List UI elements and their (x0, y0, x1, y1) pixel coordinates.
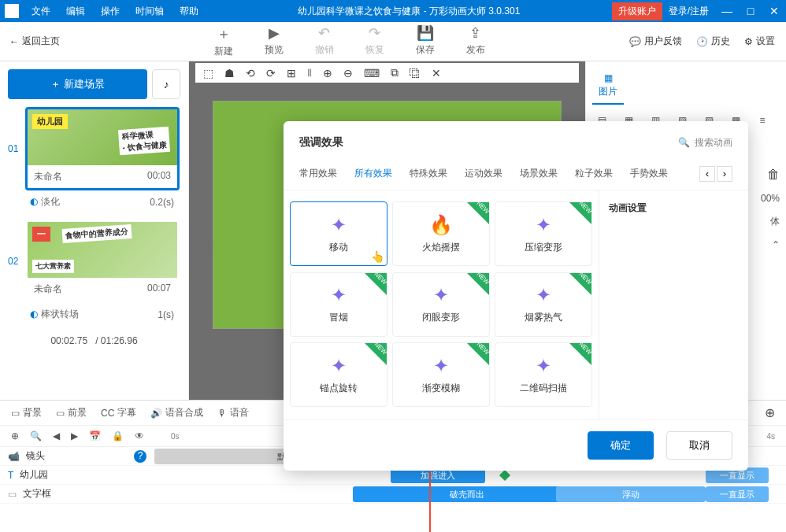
feedback-button[interactable]: 💬用户反馈 (629, 35, 682, 48)
canvas-tool-10[interactable]: ⿻ (410, 67, 421, 79)
clip[interactable]: 破壳而出 (353, 486, 581, 502)
transition-icon: ◐ (30, 308, 38, 320)
canvas-tool-4[interactable]: ⊞ (287, 67, 296, 79)
canvas-tool-9[interactable]: ⧉ (391, 66, 399, 79)
new-button[interactable]: ＋新建 (214, 24, 233, 58)
effect-冒烟[interactable]: ✦冒烟 (290, 272, 387, 337)
music-button[interactable]: ♪ (152, 69, 180, 99)
tl-tool-6[interactable]: 👁 (135, 430, 144, 441)
tl-tool-2[interactable]: ◀ (53, 430, 60, 441)
transition-row[interactable]: ◐棒状转场1(s) (8, 303, 180, 326)
scene-thumb[interactable]: 幼儿园 科学微课- 饮食与健康 未命名00:03 (25, 107, 180, 190)
tl-tool-0[interactable]: ⊕ (11, 430, 19, 441)
new-scene-button[interactable]: ＋ 新建场景 (8, 69, 147, 99)
thumb-badge: 幼儿园 (32, 114, 68, 129)
effect-tab-1[interactable]: 所有效果 (354, 164, 392, 183)
canvas-tool-8[interactable]: ⌨ (364, 67, 380, 79)
scene-thumb[interactable]: 一 食物中的营养成分 七大营养素 未命名00:07 (25, 220, 180, 303)
chevron-up-icon[interactable]: ⌃ (772, 239, 780, 250)
effect-锚点旋转[interactable]: ✦锚点旋转 (290, 342, 387, 407)
ok-button[interactable]: 确定 (588, 431, 654, 460)
history-button[interactable]: 🕑历史 (696, 35, 730, 48)
clip[interactable]: 浮动 (556, 486, 706, 502)
canvas-tool-1[interactable]: ☗ (224, 67, 235, 79)
canvas-tool-6[interactable]: ⊕ (323, 67, 332, 79)
effect-移动[interactable]: ✦移动👆 (290, 201, 387, 266)
star-icon: ✦ (536, 284, 551, 306)
track-body[interactable]: 破壳而出浮动一直显示 (154, 485, 786, 503)
menu-action[interactable]: 操作 (93, 5, 128, 18)
menu-edit[interactable]: 编辑 (58, 5, 93, 18)
transition-time: 0.2(s) (150, 197, 174, 208)
preview-button[interactable]: ▶预览 (265, 24, 284, 58)
menu-timeline[interactable]: 时间轴 (128, 5, 172, 18)
minimize-button[interactable]: — (715, 5, 739, 17)
menu-file[interactable]: 文件 (24, 5, 58, 18)
upgrade-button[interactable]: 升级账户 (612, 2, 662, 20)
publish-button[interactable]: ⇪发布 (466, 24, 485, 58)
new-label: 新建 (214, 45, 233, 58)
tl-tab-0[interactable]: ▭背景 (11, 406, 42, 419)
history-icon: 🕑 (696, 36, 708, 47)
tl-tool-4[interactable]: 📅 (89, 430, 101, 441)
transition-time: 1(s) (158, 309, 174, 320)
tab-next[interactable]: › (717, 166, 732, 182)
effect-tab-5[interactable]: 粒子效果 (575, 164, 613, 183)
help-icon[interactable]: ? (134, 450, 146, 463)
effect-tab-4[interactable]: 场景效果 (520, 164, 558, 183)
login-link[interactable]: 登录/注册 (669, 5, 709, 18)
effect-闭眼变形[interactable]: ✦闭眼变形 (392, 272, 490, 337)
effect-tab-3[interactable]: 运动效果 (465, 164, 502, 183)
search-box[interactable]: 🔍搜索动画 (678, 135, 732, 150)
clip[interactable]: 一直显示 (706, 486, 769, 502)
tl-tab-1[interactable]: ▭前景 (56, 406, 87, 419)
effect-tab-2[interactable]: 特殊效果 (410, 164, 447, 183)
close-button[interactable]: ✕ (762, 5, 786, 17)
menu-help[interactable]: 帮助 (172, 5, 206, 18)
scene-sidebar: ＋ 新建场景 ♪ 01 幼儿园 科学微课- 饮食与健康 未命名00:03 ◐淡化… (0, 61, 189, 400)
effect-压缩变形[interactable]: ✦压缩变形 (495, 201, 592, 266)
effect-渐变模糊[interactable]: ✦渐变模糊 (392, 342, 490, 407)
titlebar: 文件 编辑 操作 时间轴 帮助 幼儿园科学微课之饮食与健康 - 万彩动画大师 3… (0, 0, 786, 22)
tl-tab-3[interactable]: 🔊语音合成 (150, 406, 203, 419)
canvas-tool-0[interactable]: ⬚ (203, 67, 213, 79)
thumb-sub2: 七大营养素 (32, 260, 74, 273)
effect-tab-0[interactable]: 常用效果 (299, 164, 337, 183)
redo-button[interactable]: ↷恢复 (365, 24, 384, 58)
scene-item-1[interactable]: 01 幼儿园 科学微课- 饮食与健康 未命名00:03 ◐淡化0.2(s) (8, 107, 180, 213)
tab-prev[interactable]: ‹ (699, 166, 715, 182)
maximize-button[interactable]: □ (739, 5, 762, 17)
tl-tab-2[interactable]: CC字幕 (101, 406, 136, 419)
delete-button[interactable]: 🗑 (767, 168, 780, 182)
star-icon: ✦ (331, 284, 347, 306)
track-label: 镜头 (26, 449, 45, 463)
effect-烟雾热气[interactable]: ✦烟雾热气 (495, 272, 592, 337)
tl-tool-1[interactable]: 🔍 (30, 430, 42, 441)
settings-button[interactable]: ⚙设置 (744, 35, 775, 48)
back-home[interactable]: ← 返回主页 (0, 35, 69, 48)
publish-icon: ⇪ (469, 24, 481, 42)
keyframe[interactable] (499, 470, 510, 481)
align-tool-6[interactable]: ≡ (753, 111, 772, 130)
timeline-add[interactable]: ⊕ (765, 405, 775, 420)
canvas-tool-2[interactable]: ⟲ (246, 67, 255, 79)
scene-item-2[interactable]: 02 一 食物中的营养成分 七大营养素 未命名00:07 ◐棒状转场1(s) (8, 220, 180, 326)
canvas-tool-7[interactable]: ⊖ (343, 67, 353, 79)
cancel-button[interactable]: 取消 (666, 431, 732, 460)
canvas-tool-5[interactable]: ⫴ (307, 66, 312, 79)
tl-tab-4[interactable]: 🎙语音 (217, 406, 249, 419)
scene-duration: 00:03 (147, 170, 171, 183)
tl-tool-5[interactable]: 🔒 (112, 430, 124, 441)
feedback-label: 用户反馈 (644, 35, 682, 48)
canvas-tool-11[interactable]: ✕ (432, 67, 441, 79)
effects-grid: ✦移动👆🔥火焰摇摆✦压缩变形✦冒烟✦闭眼变形✦烟雾热气✦锚点旋转✦渐变模糊✦二维… (284, 190, 599, 419)
transition-row[interactable]: ◐淡化0.2(s) (8, 190, 180, 213)
canvas-tool-3[interactable]: ⟳ (266, 67, 276, 79)
image-tab[interactable]: ▦图片 (592, 68, 624, 105)
effect-火焰摇摆[interactable]: 🔥火焰摇摆 (392, 201, 490, 266)
tl-tool-3[interactable]: ▶ (71, 430, 78, 441)
effect-tab-6[interactable]: 手势效果 (630, 164, 668, 183)
effect-二维码扫描[interactable]: ✦二维码扫描 (495, 342, 592, 407)
undo-button[interactable]: ↶撤销 (315, 24, 334, 58)
save-button[interactable]: 💾保存 (416, 24, 435, 58)
